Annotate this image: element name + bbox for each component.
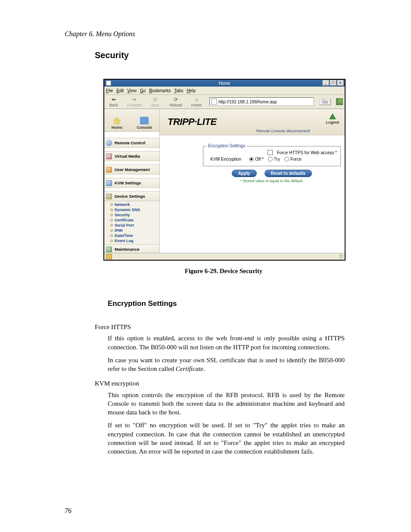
maximize-button[interactable]: □ bbox=[330, 80, 336, 86]
go-button[interactable]: Go bbox=[319, 99, 331, 105]
menu-go[interactable]: Go bbox=[140, 88, 146, 93]
subnav-dynamic-dns[interactable]: Dynamic DNS bbox=[110, 207, 159, 212]
reload-label: Reload bbox=[170, 103, 182, 107]
apply-button[interactable]: Apply bbox=[232, 170, 257, 177]
nav-label: KVM Settings bbox=[115, 180, 141, 185]
nav-label: Device Settings bbox=[115, 194, 145, 199]
console-status: Remote Console disconnected! bbox=[256, 129, 310, 133]
menu-bookmarks[interactable]: Bookmarks bbox=[149, 88, 171, 93]
sidebar-header: Home Console bbox=[104, 109, 159, 132]
nav-label: Virtual Media bbox=[115, 154, 140, 159]
console-icon bbox=[140, 117, 149, 124]
subnav-event-log[interactable]: Event Log bbox=[110, 238, 159, 243]
minimize-button[interactable]: _ bbox=[322, 80, 329, 86]
back-icon: ⬅ bbox=[110, 96, 117, 103]
nav-label: Maintenance bbox=[115, 247, 140, 252]
nav-remote-control[interactable]: Remote Control bbox=[104, 138, 159, 148]
home-button[interactable]: ⌂ Home bbox=[189, 96, 204, 107]
def-force-https-1: If this option is enabled, access to the… bbox=[108, 334, 345, 352]
subnav-date-time[interactable]: Date/Time bbox=[110, 233, 159, 238]
address-bar[interactable]: http://192.168.1.188/home.asp bbox=[209, 97, 314, 106]
logout-icon bbox=[329, 113, 336, 119]
section-title: Security bbox=[95, 50, 129, 60]
nav-device-settings[interactable]: Device Settings bbox=[104, 191, 159, 201]
subnav-certificate[interactable]: Certificate bbox=[110, 218, 159, 223]
force-https-checkbox[interactable] bbox=[268, 150, 273, 155]
menu-help[interactable]: Help bbox=[187, 88, 196, 93]
fieldset-legend: Encryption Settings bbox=[207, 143, 246, 148]
menu-edit[interactable]: Edit bbox=[116, 88, 124, 93]
forward-label: Forward bbox=[127, 103, 141, 107]
sidebar-console-link[interactable]: Console bbox=[137, 117, 153, 130]
subnav-ipmi[interactable]: IPMI bbox=[110, 228, 159, 233]
kvm-encryption-label: KVM Encryption bbox=[207, 157, 245, 162]
term-force-https: Force HTTPS bbox=[95, 323, 345, 331]
back-label: Back bbox=[109, 103, 118, 107]
default-footnote: * Stored value is equal to the default. bbox=[203, 179, 341, 183]
certificate-ref: Certificate bbox=[176, 365, 203, 372]
def-text: In case you want to create your own SSL … bbox=[108, 357, 345, 372]
encryption-settings-panel: Encryption Settings Force HTTPS for Web … bbox=[203, 146, 341, 183]
sidebar-home-link[interactable]: Home bbox=[112, 117, 122, 130]
address-text: http://192.168.1.188/home.asp bbox=[218, 100, 277, 104]
home-icon bbox=[112, 117, 121, 124]
sidebar-console-label: Console bbox=[137, 125, 153, 130]
kvm-enc-try-radio[interactable] bbox=[268, 157, 273, 162]
kvm-enc-off-radio[interactable] bbox=[249, 157, 254, 162]
window-titlebar: Home _ □ × bbox=[104, 80, 345, 87]
kvm-settings-icon bbox=[106, 180, 112, 186]
browser-toolbar: ⬅ Back ➡ Forward ⊘ Stop ⟳ Reload ⌂ Hom bbox=[104, 95, 345, 109]
home-label: Home bbox=[191, 103, 202, 107]
subnav-security[interactable]: Security bbox=[110, 212, 159, 218]
forward-button[interactable]: ➡ Forward bbox=[127, 96, 142, 107]
nav-label: User Management bbox=[115, 167, 150, 172]
sidebar-home-label: Home bbox=[112, 125, 122, 130]
force-https-label: Force HTTPS for Web access * bbox=[277, 150, 337, 155]
content-pane: TRIPP·LITE Remote Console disconnected! … bbox=[160, 109, 345, 254]
back-button[interactable]: ⬅ Back bbox=[106, 96, 121, 107]
page-number: 76 bbox=[65, 507, 72, 515]
menu-view[interactable]: View bbox=[127, 88, 137, 93]
home-icon: ⌂ bbox=[193, 96, 200, 103]
close-button[interactable]: × bbox=[337, 80, 344, 86]
reload-button[interactable]: ⟳ Reload bbox=[168, 96, 184, 107]
user-management-icon bbox=[106, 167, 112, 173]
window-title: Home bbox=[219, 81, 230, 86]
menu-tabs[interactable]: Tabs bbox=[174, 88, 183, 93]
kvm-enc-force-radio[interactable] bbox=[284, 157, 289, 162]
subsection-title: Encryption Settings bbox=[108, 299, 177, 308]
virtual-media-icon bbox=[106, 153, 112, 159]
nav-virtual-media[interactable]: Virtual Media bbox=[104, 151, 159, 161]
menu-file[interactable]: File bbox=[106, 88, 113, 93]
kvm-enc-off-label: Off * bbox=[255, 157, 264, 162]
browser-window: Home _ □ × File Edit View Go Bookmarks T… bbox=[103, 79, 346, 261]
figure-caption: Figure 6-29. Device Security bbox=[103, 268, 344, 275]
menu-bar: File Edit View Go Bookmarks Tabs Help bbox=[104, 87, 345, 95]
brand-logo: TRIPP·LITE bbox=[168, 116, 217, 128]
folder-icon bbox=[106, 254, 112, 259]
def-force-https-2: In case you want to create your own SSL … bbox=[108, 356, 345, 373]
nav-kvm-settings[interactable]: KVM Settings bbox=[104, 178, 159, 188]
nav-user-management[interactable]: User Management bbox=[104, 165, 159, 174]
browser-statusbar bbox=[104, 253, 345, 260]
stop-button[interactable]: ⊘ Stop bbox=[147, 96, 163, 107]
nav-label: Remote Control bbox=[115, 140, 145, 145]
def-kvm-encryption-1: This option controls the encryption of t… bbox=[108, 391, 345, 417]
throbber-icon bbox=[336, 98, 343, 105]
brand-bar: TRIPP·LITE Remote Console disconnected! … bbox=[160, 109, 345, 135]
resize-grip-icon[interactable] bbox=[339, 255, 344, 259]
subnav-network[interactable]: Network bbox=[110, 202, 159, 207]
subnav-device-settings: Network Dynamic DNS Security Certificate… bbox=[104, 201, 159, 245]
reset-to-defaults-button[interactable]: Reset to defaults bbox=[265, 170, 312, 177]
subnav-serial-port[interactable]: Serial Port bbox=[110, 223, 159, 228]
maintenance-icon bbox=[106, 246, 112, 252]
figure: Home _ □ × File Edit View Go Bookmarks T… bbox=[103, 79, 344, 275]
logout-link[interactable]: Logout bbox=[324, 113, 341, 124]
def-kvm-encryption-2: If set to "Off" no encryption will be us… bbox=[108, 421, 345, 456]
page-icon bbox=[212, 99, 217, 105]
reload-icon: ⟳ bbox=[172, 96, 179, 103]
remote-control-icon bbox=[106, 140, 112, 146]
definition-list: Force HTTPS If this option is enabled, a… bbox=[95, 317, 345, 456]
def-text: . bbox=[203, 365, 205, 372]
chapter-header: Chapter 6. Menu Options bbox=[65, 30, 135, 38]
